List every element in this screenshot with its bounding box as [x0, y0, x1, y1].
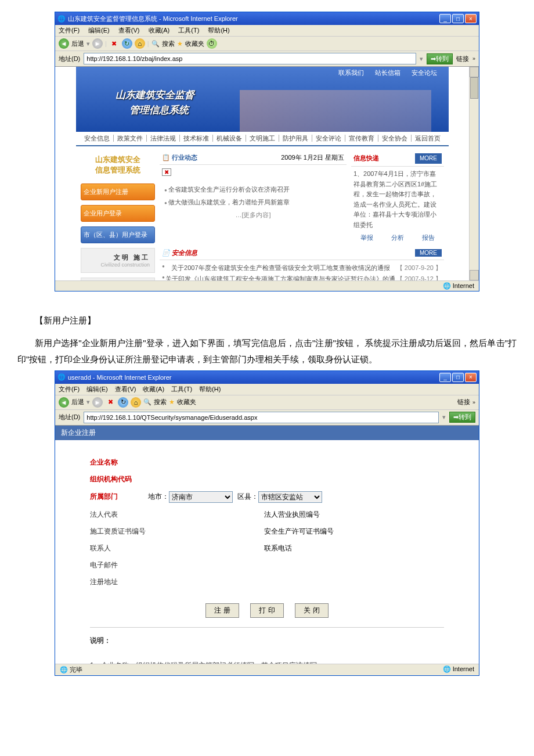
sidebar-gov-login-button[interactable]: 市（区、县）用户登录	[81, 226, 155, 243]
nav-contact[interactable]: 联系我们	[338, 69, 364, 76]
register-button[interactable]: 注 册	[205, 603, 239, 618]
menu-edit[interactable]: 编辑(E)	[88, 27, 110, 34]
maximize-button[interactable]: □	[452, 14, 464, 23]
label-org-code: 组织机构代码	[90, 474, 148, 484]
menu-help[interactable]: 帮助(H)	[199, 386, 221, 393]
nav-item[interactable]: 安全协会	[378, 135, 412, 142]
back-button[interactable]: ◄	[59, 38, 69, 49]
menu-tools[interactable]: 工具(T)	[171, 386, 192, 393]
refresh-button[interactable]: ↻	[122, 38, 132, 49]
minimize-button[interactable]: _	[439, 14, 451, 23]
address-label: 地址(D)	[59, 55, 80, 63]
address-input[interactable]	[84, 412, 439, 423]
close-panel-icon[interactable]: ✖	[162, 168, 171, 176]
safety-list: 关于2007年度全省建筑安全生产检查暨省级安全文明工地复查验收情况的通报【 20…	[160, 260, 444, 280]
close-form-button[interactable]: 关 闭	[295, 603, 328, 618]
banner-bg-image	[240, 90, 431, 132]
nav-forum[interactable]: 安全论坛	[412, 69, 437, 76]
back-label: 后退	[71, 39, 84, 48]
close-button[interactable]: ×	[465, 14, 477, 23]
menu-tools[interactable]: 工具(T)	[178, 27, 199, 34]
maximize-button[interactable]: □	[452, 373, 464, 382]
banner: 联系我们 站长信箱 安全论坛 山东建筑安全监督 管理信息系统	[76, 67, 449, 132]
sidebar-logo: 山东建筑安全信息管理系统	[81, 151, 155, 179]
registration-form: 企业名称 组织机构代码 所属部门 地市： 济南市 区县： 市辖区安监站 法人代表…	[55, 440, 479, 664]
list-item[interactable]: 关于印发《山东省建筑工程安全专项施工方案编制审查与专家论证暂行办法》的通	[165, 275, 395, 280]
nav-item[interactable]: 安全评论	[312, 135, 345, 142]
toolbar: ◄ 后退 ▾ ► | ✖ ↻ ⌂ | 🔍搜索 ★收藏夹 ⏱	[55, 37, 479, 51]
links-label[interactable]: 链接	[456, 55, 469, 63]
go-button[interactable]: ➡ 转到	[427, 53, 453, 64]
window-title: useradd - Microsoft Internet Explorer	[68, 374, 172, 381]
nav-item[interactable]: 返回首页	[412, 135, 444, 142]
safety-heading: 安全信息	[172, 249, 197, 256]
link-analyze[interactable]: 分析	[391, 233, 404, 243]
titlebar: 🌐useradd - Microsoft Internet Explorer _…	[55, 371, 479, 384]
page-content: 新企业注册 企业名称 组织机构代码 所属部门 地市： 济南市 区县： 市辖区安监…	[55, 426, 479, 664]
favorites-icon: ★	[169, 398, 175, 406]
menu-view[interactable]: 查看(V)	[115, 386, 136, 393]
nav-mailbox[interactable]: 站长信箱	[375, 69, 400, 76]
link-file[interactable]: 报告	[422, 233, 435, 243]
toolbar: ◄ 后退▾ ► ✖ ↻ ⌂ 🔍搜索 ★收藏夹 链接»	[55, 395, 479, 410]
side-panel-civil[interactable]: 文明 施工Civilized construction	[81, 248, 155, 273]
nav-item[interactable]: 政策文件	[114, 135, 147, 142]
news-item[interactable]: 做大做强山东建筑业，着力谱绘开局新篇章	[164, 196, 342, 208]
address-input[interactable]	[84, 53, 416, 64]
label-dept: 所属部门	[90, 492, 148, 502]
go-button[interactable]: ➡ 转到	[449, 412, 475, 423]
nav-item[interactable]: 宣传教育	[345, 135, 378, 142]
stop-button[interactable]: ✖	[109, 38, 120, 49]
news-item[interactable]: 全省建筑安全生产运行分析会议在济南召开	[164, 183, 342, 196]
label-contact: 联系人	[90, 543, 148, 553]
status-done: 完毕	[70, 666, 82, 673]
menu-file[interactable]: 文件(F)	[59, 386, 80, 393]
nav-item[interactable]: 文明施工	[246, 135, 279, 142]
menu-favorites[interactable]: 收藏(A)	[143, 386, 164, 393]
forward-button[interactable]: ►	[92, 397, 103, 408]
link-report[interactable]: 举报	[360, 233, 373, 243]
more-button[interactable]: MORE	[415, 249, 442, 257]
main-column: 📋 行业动态2009年 1月2日 星期五 ✖ 全省建筑安全生产运行分析会议在济南…	[160, 151, 444, 280]
address-label: 地址(D)	[59, 413, 80, 422]
label-legal: 法人代表	[90, 510, 148, 520]
more-button[interactable]: MORE	[415, 153, 442, 164]
minimize-button[interactable]: _	[439, 373, 451, 382]
city-select[interactable]: 济南市	[169, 491, 233, 503]
news-more[interactable]: …[更多内容]	[164, 208, 342, 221]
close-button[interactable]: ×	[465, 373, 477, 382]
forward-button[interactable]: ►	[92, 38, 103, 49]
refresh-button[interactable]: ↻	[118, 397, 128, 408]
print-button[interactable]: 打 印	[250, 603, 283, 618]
county-select[interactable]: 市辖区安监站	[258, 491, 322, 503]
nav-item[interactable]: 法律法规	[147, 135, 180, 142]
menu-edit[interactable]: 编辑(E)	[86, 386, 108, 393]
list-item[interactable]: 关于2007年度全省建筑安全生产检查暨省级安全文明工地复查验收情况的通报	[171, 264, 389, 272]
side-panel-machinery[interactable]: 机械 设备	[81, 278, 155, 280]
stop-button[interactable]: ✖	[105, 397, 116, 408]
sidebar-register-button[interactable]: 企业新用户注册	[81, 183, 155, 200]
nav-item[interactable]: 机械设备	[213, 135, 246, 142]
favorites-icon: ★	[177, 40, 183, 48]
nav-item[interactable]: 技术标准	[180, 135, 213, 142]
sidebar-login-button[interactable]: 企业用户登录	[81, 205, 155, 222]
scrollbar[interactable]	[469, 67, 479, 280]
label-company: 企业名称	[90, 458, 148, 467]
home-button[interactable]: ⌂	[135, 38, 145, 49]
menu-help[interactable]: 帮助(H)	[208, 27, 229, 34]
zone-label: Internet	[453, 282, 474, 289]
menu-file[interactable]: 文件(F)	[59, 27, 80, 34]
nav-item[interactable]: 安全信息	[81, 135, 114, 142]
search-label[interactable]: 搜索	[162, 39, 175, 48]
form-title: 新企业注册	[55, 426, 479, 440]
home-button[interactable]: ⌂	[131, 397, 141, 408]
menu-view[interactable]: 查看(V)	[118, 27, 140, 34]
history-button[interactable]: ⏱	[207, 38, 217, 49]
menu-favorites[interactable]: 收藏(A)	[149, 27, 170, 34]
favorites-label[interactable]: 收藏夹	[185, 39, 204, 48]
links-label[interactable]: 链接	[457, 398, 470, 406]
label-phone: 联系电话	[264, 543, 292, 553]
back-button[interactable]: ◄	[59, 397, 69, 408]
titlebar: 🌐山东建筑安全监督管理信息系统 - Microsoft Internet Exp…	[55, 12, 479, 25]
nav-item[interactable]: 防护用具	[279, 135, 312, 142]
